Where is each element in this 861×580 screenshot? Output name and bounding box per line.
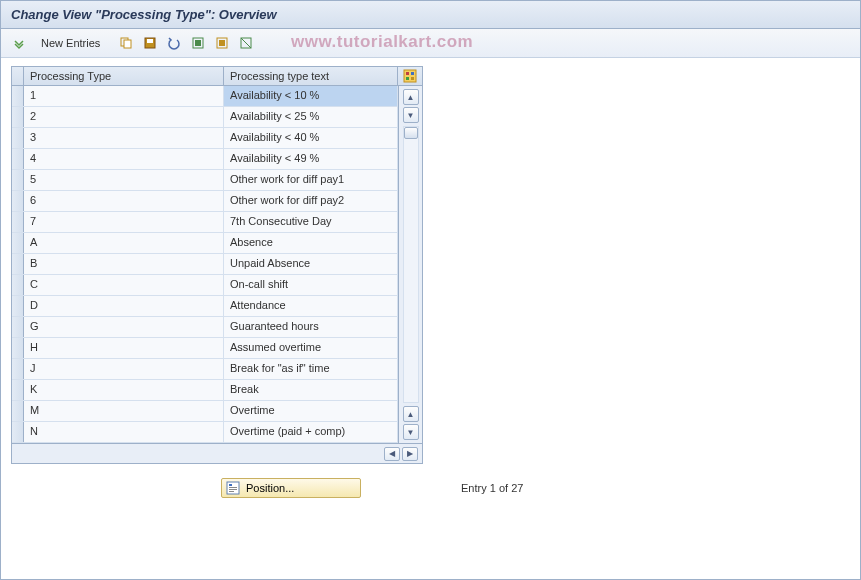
- cell-processing-text[interactable]: Overtime (paid + comp): [224, 422, 398, 442]
- cell-processing-type[interactable]: 3: [24, 128, 224, 148]
- row-selector[interactable]: [12, 212, 24, 232]
- cell-processing-type[interactable]: M: [24, 401, 224, 421]
- svg-rect-14: [411, 77, 414, 80]
- cell-processing-type[interactable]: J: [24, 359, 224, 379]
- row-selector[interactable]: [12, 107, 24, 127]
- position-button[interactable]: Position...: [221, 478, 361, 498]
- scroll-track[interactable]: [403, 126, 419, 403]
- table-row[interactable]: AAbsence: [12, 233, 398, 254]
- deselect-all-icon[interactable]: [236, 33, 256, 53]
- table-row[interactable]: JBreak for "as if" time: [12, 359, 398, 380]
- row-selector[interactable]: [12, 170, 24, 190]
- cell-processing-text[interactable]: Absence: [224, 233, 398, 253]
- cell-processing-text[interactable]: Other work for diff pay2: [224, 191, 398, 211]
- cell-processing-type[interactable]: 5: [24, 170, 224, 190]
- processing-type-table: Processing Type Processing type text 1Av…: [11, 66, 423, 464]
- cell-processing-type[interactable]: B: [24, 254, 224, 274]
- table-row[interactable]: 2Availability < 25 %: [12, 107, 398, 128]
- row-selector[interactable]: [12, 359, 24, 379]
- content-area: Processing Type Processing type text 1Av…: [1, 58, 860, 506]
- scroll-up-step-icon[interactable]: ▲: [403, 406, 419, 422]
- table-row[interactable]: COn-call shift: [12, 275, 398, 296]
- scroll-left-icon[interactable]: ◀: [384, 447, 400, 461]
- cell-processing-text[interactable]: Availability < 25 %: [224, 107, 398, 127]
- row-selector[interactable]: [12, 380, 24, 400]
- table-row[interactable]: 6Other work for diff pay2: [12, 191, 398, 212]
- cell-processing-type[interactable]: D: [24, 296, 224, 316]
- expand-icon[interactable]: [9, 33, 29, 53]
- table-config-button[interactable]: [398, 67, 422, 85]
- scroll-up-icon[interactable]: ▲: [403, 89, 419, 105]
- new-entries-button[interactable]: New Entries: [33, 34, 108, 52]
- undo-icon[interactable]: [164, 33, 184, 53]
- table-row[interactable]: 5Other work for diff pay1: [12, 170, 398, 191]
- scroll-down-icon[interactable]: ▼: [403, 424, 419, 440]
- scroll-thumb[interactable]: [404, 127, 418, 139]
- copy-icon[interactable]: [116, 33, 136, 53]
- cell-processing-type[interactable]: H: [24, 338, 224, 358]
- row-selector[interactable]: [12, 254, 24, 274]
- column-header-type[interactable]: Processing Type: [24, 67, 224, 85]
- cell-processing-text[interactable]: Guaranteed hours: [224, 317, 398, 337]
- cell-processing-type[interactable]: A: [24, 233, 224, 253]
- row-selector[interactable]: [12, 86, 24, 106]
- row-selector[interactable]: [12, 275, 24, 295]
- row-selector[interactable]: [12, 401, 24, 421]
- column-header-text[interactable]: Processing type text: [224, 67, 398, 85]
- save-icon[interactable]: [140, 33, 160, 53]
- select-all-icon[interactable]: [188, 33, 208, 53]
- cell-processing-type[interactable]: N: [24, 422, 224, 442]
- cell-processing-type[interactable]: 6: [24, 191, 224, 211]
- row-selector-header[interactable]: [12, 67, 24, 85]
- table-row[interactable]: DAttendance: [12, 296, 398, 317]
- table-row[interactable]: 1Availability < 10 %: [12, 86, 398, 107]
- vertical-scrollbar[interactable]: ▲ ▼ ▲ ▼: [398, 86, 422, 443]
- svg-rect-19: [229, 491, 234, 492]
- cell-processing-text[interactable]: Break for "as if" time: [224, 359, 398, 379]
- cell-processing-text[interactable]: Availability < 40 %: [224, 128, 398, 148]
- table-row[interactable]: 4Availability < 49 %: [12, 149, 398, 170]
- cell-processing-text[interactable]: Other work for diff pay1: [224, 170, 398, 190]
- table-row[interactable]: BUnpaid Absence: [12, 254, 398, 275]
- row-selector[interactable]: [12, 191, 24, 211]
- scroll-right-icon[interactable]: ▶: [402, 447, 418, 461]
- cell-processing-text[interactable]: On-call shift: [224, 275, 398, 295]
- cell-processing-type[interactable]: 2: [24, 107, 224, 127]
- table-row[interactable]: KBreak: [12, 380, 398, 401]
- cell-processing-text[interactable]: Break: [224, 380, 398, 400]
- row-selector[interactable]: [12, 296, 24, 316]
- cell-processing-text[interactable]: Availability < 49 %: [224, 149, 398, 169]
- svg-rect-16: [229, 484, 232, 486]
- table-row[interactable]: GGuaranteed hours: [12, 317, 398, 338]
- svg-rect-3: [147, 39, 153, 43]
- cell-processing-text[interactable]: 7th Consecutive Day: [224, 212, 398, 232]
- select-block-icon[interactable]: [212, 33, 232, 53]
- scroll-down-step-icon[interactable]: ▼: [403, 107, 419, 123]
- row-selector[interactable]: [12, 128, 24, 148]
- horizontal-scrollbar[interactable]: ◀ ▶: [12, 443, 422, 463]
- row-selector[interactable]: [12, 338, 24, 358]
- cell-processing-text[interactable]: Availability < 10 %: [224, 86, 398, 106]
- row-selector[interactable]: [12, 149, 24, 169]
- table-row[interactable]: MOvertime: [12, 401, 398, 422]
- cell-processing-text[interactable]: Attendance: [224, 296, 398, 316]
- cell-processing-type[interactable]: C: [24, 275, 224, 295]
- cell-processing-type[interactable]: 4: [24, 149, 224, 169]
- table-row[interactable]: HAssumed overtime: [12, 338, 398, 359]
- table-row[interactable]: NOvertime (paid + comp): [12, 422, 398, 443]
- svg-rect-17: [229, 487, 237, 488]
- cell-processing-text[interactable]: Overtime: [224, 401, 398, 421]
- svg-rect-10: [404, 70, 416, 82]
- row-selector[interactable]: [12, 317, 24, 337]
- cell-processing-type[interactable]: G: [24, 317, 224, 337]
- cell-processing-type[interactable]: 7: [24, 212, 224, 232]
- cell-processing-text[interactable]: Unpaid Absence: [224, 254, 398, 274]
- cell-processing-type[interactable]: 1: [24, 86, 224, 106]
- row-selector[interactable]: [12, 422, 24, 442]
- table-row[interactable]: 3Availability < 40 %: [12, 128, 398, 149]
- cell-processing-type[interactable]: K: [24, 380, 224, 400]
- table-row[interactable]: 77th Consecutive Day: [12, 212, 398, 233]
- svg-rect-18: [229, 489, 237, 490]
- cell-processing-text[interactable]: Assumed overtime: [224, 338, 398, 358]
- row-selector[interactable]: [12, 233, 24, 253]
